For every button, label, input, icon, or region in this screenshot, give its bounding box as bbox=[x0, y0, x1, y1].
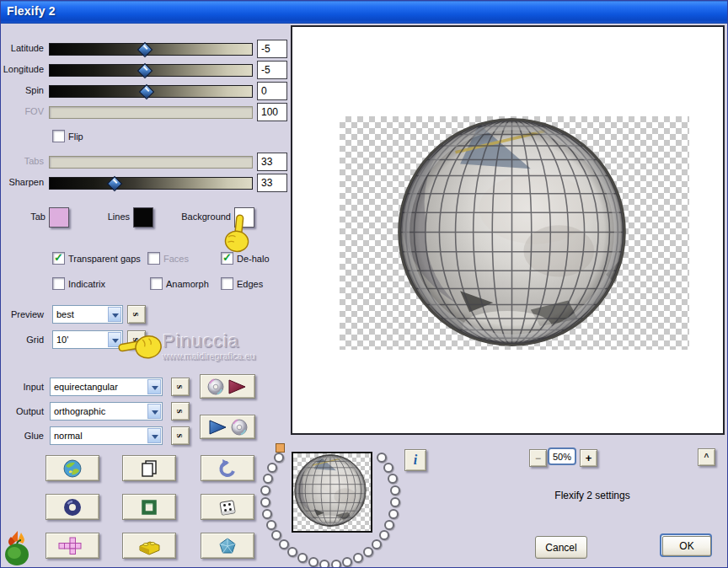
save-settings-button[interactable] bbox=[200, 374, 255, 399]
brick-button[interactable] bbox=[122, 533, 176, 559]
settings-slot-dot[interactable] bbox=[379, 530, 389, 540]
longitude-value[interactable]: -5 bbox=[257, 61, 287, 79]
output-shuffle-button[interactable]: s bbox=[171, 402, 190, 421]
spin-label: Spin bbox=[0, 85, 44, 95]
chevron-down-icon bbox=[112, 313, 119, 318]
lines-color-swatch[interactable] bbox=[133, 207, 153, 228]
settings-slot-dot[interactable] bbox=[266, 520, 276, 530]
tab-color-swatch[interactable] bbox=[49, 207, 69, 228]
flip-checkbox[interactable] bbox=[52, 130, 65, 142]
preview-combo-arrow[interactable] bbox=[108, 307, 121, 322]
ok-button-focus-ring: OK bbox=[660, 533, 712, 557]
settings-slot-dot[interactable] bbox=[271, 530, 281, 540]
settings-slot-dot[interactable] bbox=[319, 560, 329, 568]
fov-value[interactable]: 100 bbox=[257, 103, 287, 121]
ok-button[interactable]: OK bbox=[662, 536, 711, 556]
input-combo-value: equirectangular bbox=[54, 382, 118, 392]
settings-slot-dot[interactable] bbox=[388, 474, 398, 484]
preview-shuffle-button[interactable]: s bbox=[127, 305, 146, 324]
crystal-icon bbox=[217, 536, 238, 556]
output-combo[interactable]: orthographic bbox=[50, 402, 163, 421]
settings-slot-dot[interactable] bbox=[262, 509, 272, 519]
sharpen-slider[interactable] bbox=[49, 177, 253, 190]
preview-combo[interactable]: best bbox=[52, 305, 123, 324]
fov-slider bbox=[49, 106, 253, 119]
settings-slot-dot[interactable] bbox=[331, 560, 341, 568]
settings-slot-dot[interactable] bbox=[384, 520, 394, 530]
glue-shuffle-button[interactable]: s bbox=[171, 426, 190, 445]
undo-button[interactable] bbox=[201, 455, 254, 481]
faces-checkbox bbox=[147, 252, 160, 265]
latitude-value[interactable]: -5 bbox=[257, 40, 287, 58]
settings-slot-dot[interactable] bbox=[308, 557, 318, 567]
settings-slot-dot[interactable] bbox=[287, 547, 297, 557]
input-combo-arrow[interactable] bbox=[147, 379, 161, 394]
settings-slot-dot[interactable] bbox=[390, 497, 400, 507]
sharpen-value[interactable]: 33 bbox=[257, 174, 287, 192]
output-combo-arrow[interactable] bbox=[147, 404, 161, 419]
cancel-button[interactable]: Cancel bbox=[535, 536, 587, 559]
crystal-button[interactable] bbox=[201, 533, 254, 559]
faces-label: Faces bbox=[163, 254, 189, 264]
settings-slot-dot[interactable] bbox=[260, 485, 270, 496]
settings-slot-dot[interactable] bbox=[353, 553, 363, 563]
settings-slot-dot[interactable] bbox=[274, 453, 284, 463]
settings-slot-dot[interactable] bbox=[267, 463, 277, 473]
grid-combo[interactable]: 10' bbox=[52, 330, 123, 349]
torus-button[interactable] bbox=[46, 494, 99, 520]
input-shuffle-button[interactable]: s bbox=[171, 378, 190, 396]
transparent-gaps-checkbox[interactable]: ✓ bbox=[52, 252, 65, 265]
load-settings-button[interactable] bbox=[200, 415, 255, 439]
settings-slot-dot[interactable] bbox=[390, 485, 400, 496]
settings-slot-dot[interactable] bbox=[377, 453, 387, 463]
glue-combo-arrow[interactable] bbox=[147, 428, 161, 443]
settings-slot-dot[interactable] bbox=[263, 474, 273, 484]
glue-combo-value: normal bbox=[54, 431, 83, 441]
copy-pages-icon bbox=[139, 458, 159, 479]
lines-color-label: Lines bbox=[88, 212, 130, 222]
settings-slot-dot[interactable] bbox=[342, 557, 352, 567]
longitude-slider[interactable] bbox=[49, 64, 253, 77]
settings-thumbnail[interactable] bbox=[292, 452, 372, 533]
anamorph-label: Anamorph bbox=[166, 279, 209, 289]
settings-slot-dot[interactable] bbox=[383, 463, 393, 473]
slider-thumb[interactable] bbox=[139, 83, 154, 99]
spin-value[interactable]: 0 bbox=[257, 82, 287, 100]
slider-thumb[interactable] bbox=[137, 62, 153, 78]
de-halo-checkbox[interactable]: ✓ bbox=[221, 252, 233, 265]
zoom-level-field[interactable]: 50% bbox=[548, 447, 576, 465]
anamorph-checkbox[interactable] bbox=[150, 277, 163, 290]
zoom-out-button[interactable]: − bbox=[529, 449, 547, 467]
edges-label: Edges bbox=[237, 279, 263, 289]
settings-slot-dot[interactable] bbox=[363, 547, 373, 557]
fov-label: FOV bbox=[0, 106, 44, 116]
edges-checkbox[interactable] bbox=[221, 277, 233, 290]
info-button[interactable]: i bbox=[404, 449, 426, 471]
randomize-dice-button[interactable] bbox=[201, 494, 254, 520]
indicatrix-checkbox[interactable] bbox=[52, 277, 65, 290]
tabs-value[interactable]: 33 bbox=[257, 153, 287, 171]
spin-slider[interactable] bbox=[49, 85, 253, 98]
input-combo[interactable]: equirectangular bbox=[50, 378, 163, 396]
tabs-label: Tabs bbox=[0, 156, 44, 166]
settings-slot-dot[interactable] bbox=[372, 539, 382, 549]
latitude-slider[interactable] bbox=[49, 43, 253, 56]
glue-combo[interactable]: normal bbox=[50, 426, 163, 445]
settings-slot-dot[interactable] bbox=[279, 539, 289, 549]
settings-slot-dot[interactable] bbox=[388, 509, 399, 519]
slider-thumb[interactable] bbox=[107, 175, 122, 190]
preview-combo-label: Preview bbox=[0, 309, 44, 319]
square-frame-button[interactable] bbox=[122, 494, 176, 520]
copy-button[interactable] bbox=[122, 455, 176, 481]
dice-icon bbox=[217, 496, 238, 518]
slider-thumb[interactable] bbox=[137, 41, 153, 56]
collapse-button[interactable]: ^ bbox=[698, 448, 715, 466]
title-bar[interactable]: Flexify 2 bbox=[0, 0, 728, 24]
pointing-hand-up-icon bbox=[221, 212, 255, 255]
settings-slot-dot[interactable] bbox=[260, 497, 270, 507]
flip-label: Flip bbox=[68, 131, 83, 142]
random-planet-button[interactable] bbox=[46, 455, 99, 481]
cube-net-button[interactable] bbox=[46, 533, 99, 559]
settings-slot-dot[interactable] bbox=[297, 553, 308, 563]
zoom-in-button[interactable]: + bbox=[580, 449, 597, 467]
